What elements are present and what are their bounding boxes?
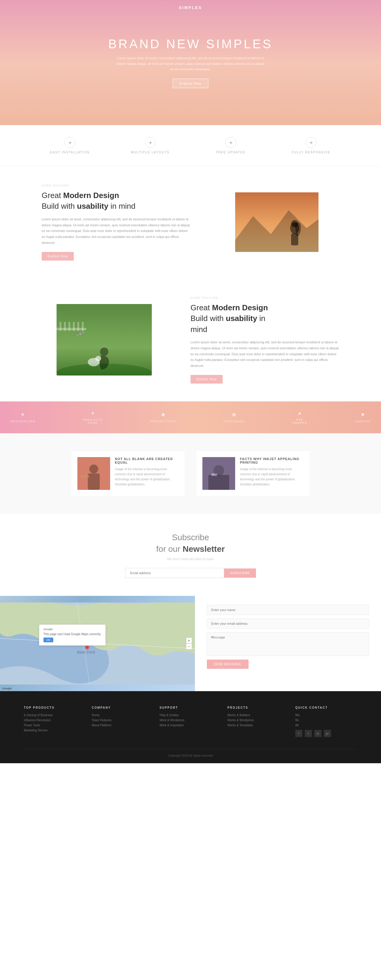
feature-label-1: EASY INSTALLATION bbox=[50, 151, 90, 154]
footer-link-16[interactable]: All bbox=[295, 724, 357, 727]
map-contact-section: New York Google This page can't load Goo… bbox=[0, 596, 381, 691]
google-maps-credit: Google bbox=[2, 687, 12, 690]
stats-banner: ★ DESCRIPTION ● PRODUCTS DONE ◆ PROJECTI… bbox=[0, 401, 381, 433]
social-icon-googleplus[interactable]: g+ bbox=[324, 730, 331, 737]
hero-section: BRAND NEW SIMPLES Lorem ipsum dolor sit … bbox=[0, 0, 381, 125]
blog-card-1: NOT ALL BLANK ARE CREATED EQUAL Usage of… bbox=[71, 451, 184, 496]
footer-link-8[interactable]: Help & Guides bbox=[160, 713, 221, 717]
footer-col-projects: PROJECTS Works & Builders Works & Wordpr… bbox=[227, 706, 289, 737]
svg-rect-8 bbox=[64, 322, 66, 331]
contact-message-input[interactable] bbox=[207, 632, 369, 656]
core-content-1: CORE FEATURE Great Modern DesignBuild wi… bbox=[30, 184, 202, 261]
footer-link-7[interactable]: About Platform bbox=[92, 724, 154, 727]
core-btn-1[interactable]: Explore Now bbox=[42, 252, 74, 261]
footer-link-2[interactable]: Influence Revolution bbox=[24, 719, 86, 722]
footer-link-6[interactable]: Team Features bbox=[92, 719, 154, 722]
footer-link-9[interactable]: Work & Wordpress bbox=[160, 719, 221, 722]
social-icons: f t in g+ bbox=[295, 730, 357, 737]
footer-link-15[interactable]: Be bbox=[295, 719, 357, 722]
svg-point-16 bbox=[95, 356, 101, 361]
footer-link-12[interactable]: Works & Wordpress bbox=[227, 719, 289, 722]
stat-item-2: ● PRODUCTS DONE bbox=[83, 410, 103, 424]
footer-col-projects-title: PROJECTS bbox=[227, 706, 289, 709]
blog-title-2: FACTS WHY INKJET APPEALING PRINTING bbox=[240, 457, 303, 464]
core-text-2: Lorem ipsum dolor sit amet, consectetur … bbox=[190, 339, 339, 369]
contact-email-input[interactable] bbox=[207, 619, 369, 628]
feature-icon-2: ◈ bbox=[145, 137, 156, 148]
blog-card-2: FACTS WHY INKJET APPEALING PRINTING Usag… bbox=[197, 451, 310, 496]
social-icon-linkedin[interactable]: in bbox=[314, 730, 321, 737]
stat-icon-3: ◆ bbox=[161, 412, 165, 417]
stat-item-4: ◉ CONTINUES bbox=[224, 412, 244, 423]
newsletter-submit-button[interactable]: SUBSCRIBE bbox=[224, 568, 256, 578]
map-background: New York Google This page can't load Goo… bbox=[0, 596, 195, 691]
core-image-2 bbox=[30, 304, 179, 375]
feature-icon-3: ◈ bbox=[225, 137, 236, 148]
footer-col-company: COMPANY Home Team Features About Platfor… bbox=[92, 706, 154, 737]
core-section-2: CORE FEATURE Great Modern DesignBuild wi… bbox=[0, 278, 381, 401]
social-icon-facebook[interactable]: f bbox=[295, 730, 302, 737]
core-text-1: Lorem ipsum dolor sit amet, consectetur … bbox=[42, 216, 190, 246]
footer-col-contact: QUICK CONTACT We Be All f t in g+ bbox=[295, 706, 357, 737]
stat-label-3: PROJECTIONS bbox=[150, 420, 176, 423]
newsletter-subtitle: We won't send any kind of spam bbox=[6, 557, 375, 561]
svg-rect-23 bbox=[80, 475, 89, 478]
blog-section: NOT ALL BLANK ARE CREATED EQUAL Usage of… bbox=[0, 433, 381, 514]
footer-link-3[interactable]: Power Tools bbox=[24, 724, 86, 727]
footer-link-1[interactable]: In Desing of Business bbox=[24, 713, 86, 717]
map-zoom-out-button[interactable]: − bbox=[186, 644, 192, 649]
svg-point-21 bbox=[89, 465, 98, 474]
blog-image-1 bbox=[78, 457, 110, 490]
core-title-2: Great Modern DesignBuild with usability … bbox=[190, 302, 339, 335]
stat-label-6: SIMPLES bbox=[355, 420, 371, 423]
footer-link-11[interactable]: Works & Builders bbox=[227, 713, 289, 717]
footer-link-13[interactable]: Works & Templates bbox=[227, 724, 289, 727]
svg-point-33 bbox=[84, 645, 90, 650]
features-row: ◈ EASY INSTALLATION ◈ MULTIPLE LAYOUTS ◈… bbox=[0, 125, 381, 166]
stat-item-6: ■ SIMPLES bbox=[355, 412, 371, 423]
newsletter-form: SUBSCRIBE bbox=[125, 568, 256, 578]
footer-columns: TOP PRODUCTS In Desing of Business Influ… bbox=[24, 706, 357, 737]
footer-col-support-title: SUPPORT bbox=[160, 706, 221, 709]
feature-item-3: ◈ FREE UPDATES bbox=[190, 137, 271, 154]
map-ok-button[interactable]: OK bbox=[43, 638, 53, 642]
footer-copyright: Copyright 2016 All rights reserved bbox=[24, 749, 357, 757]
stat-icon-1: ★ bbox=[21, 412, 25, 417]
hero-title: BRAND NEW SIMPLES bbox=[108, 37, 273, 51]
svg-point-14 bbox=[100, 347, 108, 356]
footer-link-4[interactable]: Marketing Service bbox=[24, 729, 86, 732]
footer-col-products: TOP PRODUCTS In Desing of Business Influ… bbox=[24, 706, 86, 737]
footer: TOP PRODUCTS In Desing of Business Influ… bbox=[0, 691, 381, 763]
stat-icon-6: ■ bbox=[361, 412, 364, 417]
girl-dog-image bbox=[57, 304, 152, 375]
newsletter-email-input[interactable] bbox=[125, 568, 224, 578]
stat-label-4: CONTINUES bbox=[224, 420, 244, 423]
svg-rect-9 bbox=[68, 322, 70, 331]
stat-icon-2: ● bbox=[91, 410, 94, 416]
blog-text-2: Usage of the Internet is becoming more c… bbox=[240, 467, 303, 487]
contact-name-input[interactable] bbox=[207, 605, 369, 615]
map-zoom-in-button[interactable]: + bbox=[186, 638, 192, 644]
contact-submit-button[interactable]: SEND MESSAGE bbox=[207, 660, 249, 669]
feature-item-1: ◈ EASY INSTALLATION bbox=[30, 137, 110, 154]
footer-link-5[interactable]: Home bbox=[92, 713, 154, 717]
girl-sunset-image bbox=[235, 192, 319, 252]
newsletter-title: Subscribe for our Newsletter bbox=[6, 531, 375, 555]
svg-rect-22 bbox=[88, 474, 100, 490]
svg-rect-12 bbox=[82, 322, 84, 331]
hero-cta-button[interactable]: Explore Now bbox=[173, 79, 208, 88]
feature-icon-1: ◈ bbox=[65, 137, 75, 148]
social-icon-twitter[interactable]: t bbox=[305, 730, 312, 737]
feature-icon-4: ◈ bbox=[306, 137, 316, 148]
map-popup-text: This page can't load Google Maps correct… bbox=[43, 633, 101, 636]
core-image-1 bbox=[202, 192, 351, 252]
footer-link-10[interactable]: Work & Inspiration bbox=[160, 724, 221, 727]
stat-label-2: PRODUCTS DONE bbox=[83, 418, 103, 424]
svg-rect-25 bbox=[208, 475, 229, 490]
hero-subtitle: Lorem ipsum dolor sit amet, consectetur … bbox=[116, 56, 265, 72]
core-tag-1: CORE FEATURE bbox=[42, 184, 190, 187]
core-btn-2[interactable]: Explore Now bbox=[190, 375, 223, 383]
footer-link-14[interactable]: We bbox=[295, 713, 357, 717]
core-content-2: CORE FEATURE Great Modern DesignBuild wi… bbox=[179, 296, 351, 383]
svg-point-27 bbox=[213, 465, 224, 476]
